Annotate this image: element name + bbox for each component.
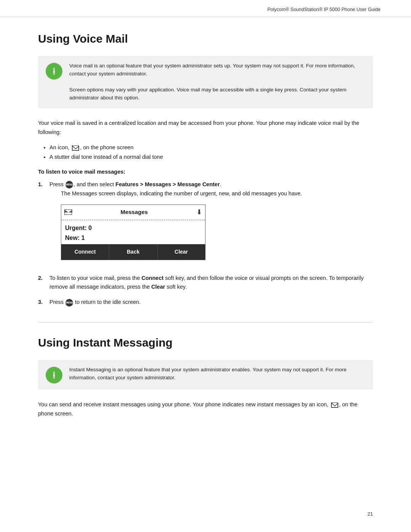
bullet-list: An icon, , on the phone screen A stutter… [49, 143, 373, 161]
phone-screen: Messages ⬇ Urgent: 0 New: [61, 204, 206, 260]
page-number: 21 [368, 511, 373, 517]
connect-button[interactable]: Connect [61, 244, 109, 259]
page-header: Polycom® SoundStation® IP 5000 Phone Use… [0, 0, 411, 17]
note-icon [46, 63, 62, 80]
screen-buttons: Connect Back Clear [61, 244, 205, 259]
step1-sub: The Messages screen displays, indicating… [61, 189, 373, 198]
screen-mail-icon [64, 209, 72, 215]
bullet-item-2: A stutter dial tone instead of a normal … [49, 152, 373, 162]
section2-title: Using Instant Messaging [38, 336, 373, 349]
section2-note-text: Instant Messaging is an optional feature… [69, 366, 365, 382]
svg-point-0 [53, 73, 55, 75]
section1-note-box: Voice mail is an optional feature that y… [38, 56, 373, 108]
screen-line-urgent: Urgent: 0 [65, 223, 201, 233]
header-text: Polycom® SoundStation® IP 5000 Phone Use… [267, 7, 381, 12]
clear-button[interactable]: Clear [158, 244, 205, 259]
screen-arrow-icon: ⬇ [196, 207, 202, 218]
back-button[interactable]: Back [109, 244, 157, 259]
screen-line-new: New: 1 [65, 233, 201, 243]
step-2: 2. To listen to your voice mail, press t… [38, 274, 373, 292]
section-divider [38, 322, 373, 323]
section1-body: Your voice mail is saved in a centralize… [38, 119, 373, 137]
procedure-heading: To listen to voice mail messages: [38, 169, 373, 175]
screen-body: Urgent: 0 New: 1 [61, 220, 205, 244]
bullet-item-1: An icon, , on the phone screen [49, 143, 373, 152]
section2-note-box: Instant Messaging is an optional feature… [38, 360, 373, 390]
step-1: 1. Press MENU, and then select Features … [38, 180, 373, 268]
menu-icon-2: MENU [65, 299, 73, 307]
menu-icon-1: MENU [65, 181, 73, 189]
steps-list: 1. Press MENU, and then select Features … [38, 180, 373, 307]
note-text: Voice mail is an optional feature that y… [69, 62, 365, 102]
section1-title: Using Voice Mail [38, 32, 373, 45]
screen-title: Messages [72, 208, 196, 217]
screen-header: Messages ⬇ [61, 205, 205, 220]
section2-body: You can send and receive instant message… [38, 400, 373, 419]
svg-point-4 [53, 377, 55, 379]
note-icon-2 [46, 367, 62, 383]
step-3: 3. Press MENU to return to the idle scre… [38, 298, 373, 307]
